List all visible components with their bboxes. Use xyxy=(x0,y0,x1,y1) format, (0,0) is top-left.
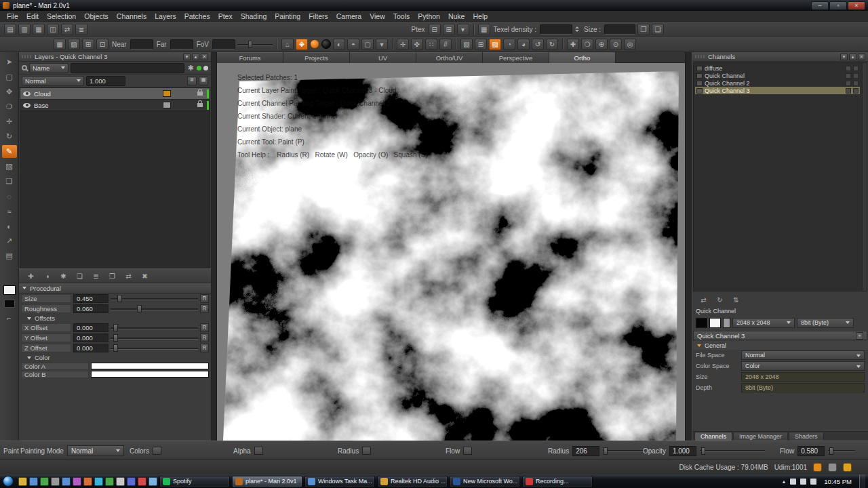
layer-grid-icon[interactable]: ▦ xyxy=(199,77,208,85)
radius-slider-handle[interactable] xyxy=(604,447,608,455)
blend-mode-dropdown[interactable]: Normal xyxy=(22,76,84,86)
ellipse-select-icon[interactable]: ❍ xyxy=(581,39,593,50)
layer-options-icon[interactable]: ≣ xyxy=(187,77,197,85)
menu-item[interactable]: Filters xyxy=(304,12,332,20)
visibility-icon[interactable] xyxy=(23,92,31,96)
menu-item[interactable]: Camera xyxy=(332,12,366,20)
slider-handle[interactable] xyxy=(113,344,118,352)
quicklaunch-icon[interactable] xyxy=(127,477,136,486)
taskbar-button[interactable]: New Microsoft Wo... xyxy=(450,476,520,487)
channel-depth-dropdown[interactable]: 8bit (Byte) xyxy=(797,318,854,328)
slider[interactable] xyxy=(111,333,198,342)
channel-cache-icon[interactable] xyxy=(853,66,859,71)
reset-button[interactable]: R xyxy=(200,304,209,313)
mirror-paint-icon[interactable]: ✛ xyxy=(397,39,409,50)
quicklaunch-icon[interactable] xyxy=(62,477,71,486)
visibility-icon[interactable] xyxy=(23,103,31,108)
session-settings-icon[interactable]: ≣ xyxy=(75,24,87,35)
symmetry-paint-icon[interactable]: ✜ xyxy=(411,39,423,50)
ptex-decrease-res-icon[interactable]: ⊟ xyxy=(429,24,441,35)
zoom-tool-icon[interactable]: ❍ xyxy=(2,100,17,113)
channel-cache-icon[interactable] xyxy=(853,73,859,79)
menu-item[interactable]: Patches xyxy=(180,12,214,20)
flow-slider-handle[interactable] xyxy=(829,447,833,455)
close-button[interactable]: × xyxy=(848,1,865,10)
paint-tool-icon[interactable]: ✎ xyxy=(2,145,17,158)
add-view-icon[interactable]: ✚ xyxy=(567,39,579,50)
fov-slider-handle[interactable] xyxy=(248,41,252,48)
swap-colors-icon[interactable]: ⌐ xyxy=(2,311,17,324)
color-swatch[interactable] xyxy=(91,363,209,369)
collapse-icon[interactable] xyxy=(27,357,31,359)
maximize-button[interactable]: ▫ xyxy=(829,1,847,10)
quicklaunch-icon[interactable] xyxy=(116,477,125,486)
add-group-icon[interactable]: ❏ xyxy=(74,271,85,281)
grid-snap-icon[interactable]: ▦ xyxy=(54,39,66,50)
start-button[interactable] xyxy=(3,476,14,487)
focus-selected-icon[interactable]: ⊙ xyxy=(610,39,622,50)
viewport-tab[interactable]: Projects xyxy=(283,52,350,63)
slider[interactable] xyxy=(111,294,198,303)
reset-button[interactable]: R xyxy=(200,333,209,342)
uv-grid-icon[interactable]: ▧ xyxy=(68,39,80,50)
grid-paint-icon[interactable]: # xyxy=(439,39,452,50)
mirror-x-icon[interactable]: ⊞ xyxy=(82,39,94,50)
zoom-in-icon[interactable]: ⊕ xyxy=(595,39,608,50)
flat-sphere-icon[interactable]: ◓ xyxy=(347,39,359,50)
panel-splitter[interactable] xyxy=(685,52,692,441)
radius-swatch-icon[interactable] xyxy=(362,447,371,455)
panel-menu-icon[interactable]: ▾ xyxy=(840,54,848,60)
channel-row[interactable]: diffuse xyxy=(695,64,860,72)
slider-value-field[interactable]: 0.060 xyxy=(73,304,108,313)
channel-row[interactable]: Quick Channel 2 xyxy=(695,79,860,87)
redo-icon[interactable]: ↻ xyxy=(546,39,558,50)
pan-tool-icon[interactable]: ✥ xyxy=(2,85,17,98)
layer-filter-input[interactable] xyxy=(71,63,184,73)
slider[interactable] xyxy=(111,304,198,313)
viewport-tab[interactable]: Forums xyxy=(217,52,283,63)
channel-layers-icon[interactable] xyxy=(846,88,851,94)
panel-splitter[interactable] xyxy=(212,52,217,441)
viewport-tab[interactable]: Ortho xyxy=(549,52,616,63)
target-view-icon[interactable]: ◎ xyxy=(624,39,636,50)
panel-grip[interactable] xyxy=(22,55,31,58)
channel-depth-value[interactable]: 8bit (Byte) xyxy=(741,383,865,392)
slider-value-field[interactable]: 0.000 xyxy=(73,333,108,342)
slider-value-field[interactable]: 0.000 xyxy=(73,323,108,332)
radius-value-field[interactable]: 206 xyxy=(572,446,599,456)
offsets-section-header[interactable]: Offsets xyxy=(19,314,211,323)
channel-cache-icon[interactable] xyxy=(853,81,859,86)
status-warning-icon[interactable] xyxy=(813,463,822,472)
menu-item[interactable]: Help xyxy=(469,12,492,20)
mirror-y-icon[interactable]: ⊡ xyxy=(96,39,108,50)
channel-layers-icon[interactable] xyxy=(846,66,851,71)
procedural-header[interactable]: Procedural xyxy=(19,283,211,293)
taskbar-button[interactable]: Windows Task Ma... xyxy=(304,476,375,487)
channel-row[interactable]: Quick Channel 3 xyxy=(695,87,860,94)
size-input[interactable] xyxy=(604,24,635,35)
brush-preset-dropdown[interactable]: ▾ xyxy=(376,39,388,50)
color-space-dropdown[interactable]: Color xyxy=(741,361,865,371)
general-section-header[interactable]: General xyxy=(692,341,868,350)
reset-button[interactable]: R xyxy=(200,323,209,332)
menu-item[interactable]: Ptex xyxy=(214,12,237,20)
radius-slider[interactable] xyxy=(603,450,645,452)
color-section-header[interactable]: Color xyxy=(19,353,211,362)
environment-icon[interactable]: ◕ xyxy=(517,39,530,50)
volume-icon[interactable] xyxy=(810,479,816,485)
select-tool-icon[interactable]: ➤ xyxy=(2,56,17,68)
blend-amount-input[interactable]: 1.000 xyxy=(86,76,125,86)
menu-item[interactable]: Objects xyxy=(80,12,113,20)
menu-item[interactable]: Edit xyxy=(22,12,43,20)
taskbar-button[interactable]: Spotify xyxy=(159,476,230,487)
foreground-color-swatch[interactable] xyxy=(3,285,16,295)
slider-handle[interactable] xyxy=(113,334,118,342)
quicklaunch-icon[interactable] xyxy=(138,477,146,486)
flow-value-field[interactable]: 0.580 xyxy=(797,446,825,456)
pan-lock-icon[interactable]: ✥ xyxy=(296,39,308,50)
channel-size-dropdown[interactable]: 2048 x 2048 xyxy=(732,318,795,328)
quicklaunch-icon[interactable] xyxy=(94,477,103,486)
color-swatch-icon[interactable]: ▢ xyxy=(361,39,374,50)
viewport-tab[interactable]: Perspective xyxy=(483,52,549,63)
save-project-icon[interactable]: ▦ xyxy=(33,24,45,35)
